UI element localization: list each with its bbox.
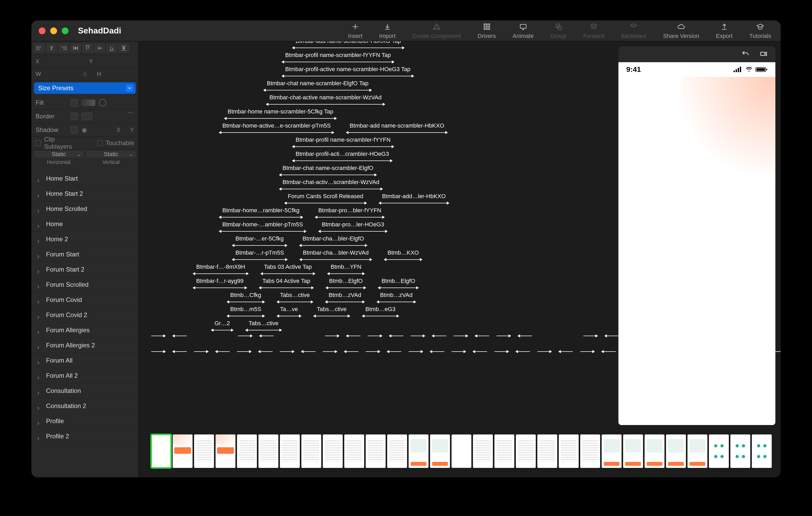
artboard-thumbnail[interactable] <box>173 434 193 468</box>
export-button[interactable]: Export <box>714 22 735 39</box>
flow-connection[interactable]: Tabs 04 Active Tap <box>259 277 313 288</box>
maximize-window-button[interactable] <box>62 27 68 34</box>
border-row[interactable]: Border ⌒ <box>31 110 138 123</box>
align-middle-v-button[interactable] <box>94 43 105 53</box>
horizontal-mode-select[interactable]: Static <box>34 151 84 158</box>
flow-connection[interactable]: Btmbar-chat-activ…scrambler-WzVAd <box>280 178 382 189</box>
layer-item[interactable]: Consultation <box>31 383 138 398</box>
flow-connection[interactable]: Btmb…Cfkg <box>227 291 264 302</box>
fill-gradient-swatch[interactable] <box>82 99 95 106</box>
align-bottom-button[interactable] <box>106 43 117 53</box>
y-field[interactable]: Y <box>85 55 139 67</box>
artboard-thumbnail[interactable] <box>688 434 707 468</box>
flow-connection[interactable]: Btmbar-f…r-ayg99 <box>193 277 247 288</box>
flow-connection[interactable]: Gr…2 <box>211 320 233 330</box>
layer-item[interactable]: Home <box>31 216 138 232</box>
flow-connection[interactable]: Btmbar-profil-acti…crambler-HOeG3 <box>292 150 392 161</box>
artboard-thumbnail[interactable] <box>215 434 235 468</box>
drivers-button[interactable]: Drivers <box>475 22 498 39</box>
artboard-thumbnail[interactable] <box>752 434 772 468</box>
layer-item[interactable]: Home Start <box>31 171 138 186</box>
flow-connection[interactable]: Btmbar-add name-scrambler-HbKXO Tap <box>292 41 404 48</box>
layer-item[interactable]: Profile 2 <box>31 429 138 444</box>
artboard-thumbnail[interactable] <box>645 434 664 468</box>
artboard-thumbnail[interactable] <box>709 434 729 468</box>
align-left-button[interactable] <box>34 43 45 53</box>
flow-connection[interactable]: Tabs 03 Active Tap <box>261 263 315 274</box>
flow-connection[interactable]: Btmbar-profil name-scrambler-fYYFN Tap <box>282 51 394 62</box>
artboard-thumbnail[interactable] <box>537 434 557 468</box>
flow-connection[interactable]: Btmb…m5S <box>227 305 264 316</box>
fill-row[interactable]: Fill <box>31 96 138 110</box>
layer-item[interactable]: Forum Scrolled <box>31 277 138 292</box>
flow-connection[interactable]: Btmb…ElgfO <box>326 277 366 288</box>
flow-connection[interactable]: Btmbar-pro…bler-fYYFN <box>315 207 384 217</box>
artboard-thumbnail[interactable] <box>494 434 514 468</box>
tutorials-button[interactable]: Tutorials <box>747 22 773 39</box>
camera-icon[interactable] <box>759 50 768 59</box>
flow-connection[interactable]: Tabs…ctive <box>277 291 313 302</box>
lock-aspect-button[interactable] <box>77 68 93 80</box>
artboard-thumbnail[interactable] <box>366 434 385 468</box>
clip-sublayers-checkbox[interactable] <box>36 140 41 146</box>
shadow-blur-icon[interactable]: ◉ <box>82 126 87 133</box>
artboard-thumbnail[interactable] <box>323 434 343 468</box>
shadow-color-swatch[interactable] <box>70 126 78 133</box>
flow-connection[interactable]: Btmbar-home-active…e-scrambler-pTm5S <box>219 122 334 133</box>
insert-button[interactable]: Insert <box>346 22 365 39</box>
backward-button[interactable]: Backward <box>619 22 648 39</box>
animate-button[interactable]: Animate <box>511 22 536 39</box>
share-version-button[interactable]: Share Version <box>661 22 701 39</box>
artboard-thumbnail[interactable] <box>237 434 257 468</box>
w-field[interactable]: W <box>31 68 77 80</box>
fill-opacity-toggle[interactable] <box>99 99 106 107</box>
flow-connection[interactable]: Tabs…ctive <box>314 305 350 316</box>
layer-item[interactable]: Forum All <box>31 353 138 368</box>
flow-connection[interactable]: Btmbar-home name-scrambler-5Cfkg Tap <box>225 108 337 119</box>
h-field[interactable]: H <box>93 68 139 80</box>
artboard-thumbnail[interactable] <box>473 434 493 468</box>
create-component-button[interactable]: Create Component <box>410 22 463 39</box>
flow-connection[interactable]: Tabs…ctive <box>245 320 282 330</box>
touchable-checkbox[interactable] <box>97 140 102 146</box>
flow-connection[interactable]: Btmb…YFN <box>327 263 365 274</box>
flow-connection[interactable]: Btmb…eG3 <box>362 305 399 316</box>
import-button[interactable]: Import <box>377 22 398 39</box>
artboard-thumbnail[interactable] <box>580 434 600 468</box>
flow-connection[interactable]: Btmbar-chat-active name-scrambler-WzVAd <box>266 94 385 104</box>
artboard-thumbnail[interactable] <box>280 434 300 468</box>
shadow-x-field[interactable]: X <box>116 126 121 133</box>
artboard-thumbnail[interactable] <box>452 434 471 468</box>
distribute-h-button[interactable] <box>70 43 81 53</box>
artboard-thumbnail[interactable] <box>730 434 750 468</box>
flow-connection[interactable]: Btmbar-cha…bler-WzVAd <box>300 249 372 260</box>
flow-connection[interactable]: Btmbar-profil name-scrambler-fYYFN <box>292 136 394 147</box>
flow-connection[interactable]: Btmbar-home…rambler-5Cfkg <box>219 207 303 217</box>
artboard-thumbnail[interactable] <box>409 434 429 468</box>
forward-button[interactable]: Forward <box>581 22 606 39</box>
canvas[interactable]: Btmbar-add name-scrambler-HbKXO TapBtmba… <box>139 41 781 477</box>
distribute-v-button[interactable] <box>118 43 129 53</box>
artboard-thumbnail[interactable] <box>623 434 643 468</box>
layer-item[interactable]: Forum Start <box>31 247 138 262</box>
flow-connection[interactable]: Btmbar-chat name-scrambler-ElgfO Tap <box>264 80 372 90</box>
layer-item[interactable]: Forum Allergies 2 <box>31 338 138 353</box>
layer-item[interactable]: Home 2 <box>31 232 138 247</box>
flow-connection[interactable]: Forum Cards Scroll Released <box>285 192 367 203</box>
flow-connection[interactable]: Btmbar-chat name-scrambler-ElgfO <box>280 164 376 175</box>
artboard-thumbnail[interactable] <box>151 434 171 468</box>
shadow-y-field[interactable]: Y <box>130 126 134 133</box>
flow-connection[interactable]: Ta…ve <box>277 305 301 316</box>
flow-connection[interactable]: Btmbar-cha…bler-ElgfO <box>299 235 367 246</box>
flow-connection[interactable]: Btmbar-add…ler-HbKXO <box>379 192 449 203</box>
flow-connection[interactable]: Btmbar-…r-pTm5S <box>232 249 287 260</box>
align-right-button[interactable] <box>58 43 69 53</box>
layer-item[interactable]: Home Scrolled <box>31 201 138 216</box>
layer-item[interactable]: Profile <box>31 414 138 429</box>
artboard-thumbnail[interactable] <box>258 434 278 468</box>
artboard-thumbnail[interactable] <box>430 434 450 468</box>
align-top-button[interactable] <box>82 43 93 53</box>
layer-item[interactable]: Forum Allergies <box>31 323 138 338</box>
artboard-thumbnail[interactable] <box>602 434 621 468</box>
align-center-h-button[interactable] <box>46 43 57 53</box>
